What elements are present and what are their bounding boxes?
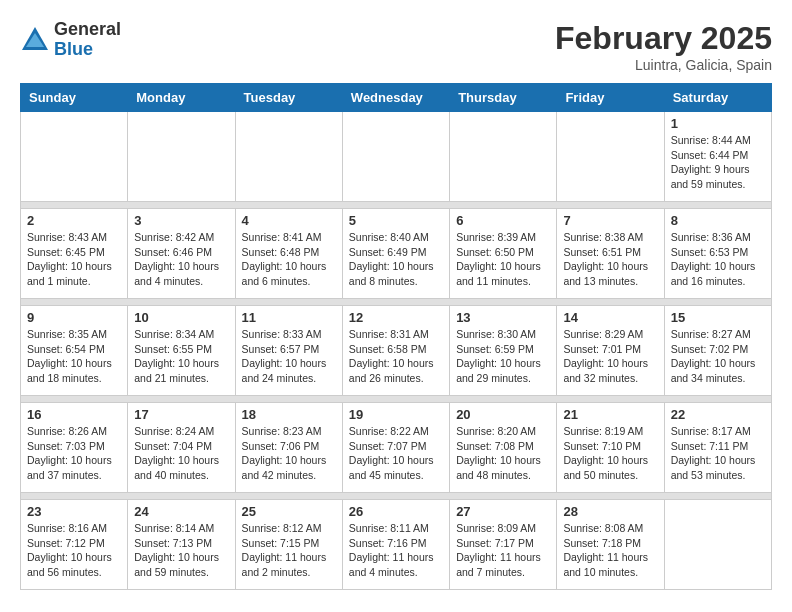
day-info: Sunrise: 8:36 AM Sunset: 6:53 PM Dayligh… (671, 230, 765, 289)
week-separator (21, 493, 772, 500)
day-cell (450, 112, 557, 202)
day-cell: 21Sunrise: 8:19 AM Sunset: 7:10 PM Dayli… (557, 403, 664, 493)
week-row-4: 16Sunrise: 8:26 AM Sunset: 7:03 PM Dayli… (21, 403, 772, 493)
day-cell: 15Sunrise: 8:27 AM Sunset: 7:02 PM Dayli… (664, 306, 771, 396)
calendar-table: SundayMondayTuesdayWednesdayThursdayFrid… (20, 83, 772, 590)
day-number: 14 (563, 310, 657, 325)
day-cell: 23Sunrise: 8:16 AM Sunset: 7:12 PM Dayli… (21, 500, 128, 590)
day-info: Sunrise: 8:23 AM Sunset: 7:06 PM Dayligh… (242, 424, 336, 483)
day-cell: 27Sunrise: 8:09 AM Sunset: 7:17 PM Dayli… (450, 500, 557, 590)
day-number: 3 (134, 213, 228, 228)
day-cell: 6Sunrise: 8:39 AM Sunset: 6:50 PM Daylig… (450, 209, 557, 299)
logo-blue: Blue (54, 40, 121, 60)
day-info: Sunrise: 8:17 AM Sunset: 7:11 PM Dayligh… (671, 424, 765, 483)
day-number: 5 (349, 213, 443, 228)
day-number: 15 (671, 310, 765, 325)
day-number: 26 (349, 504, 443, 519)
day-info: Sunrise: 8:42 AM Sunset: 6:46 PM Dayligh… (134, 230, 228, 289)
weekday-header-sunday: Sunday (21, 84, 128, 112)
day-info: Sunrise: 8:22 AM Sunset: 7:07 PM Dayligh… (349, 424, 443, 483)
day-number: 24 (134, 504, 228, 519)
day-cell: 24Sunrise: 8:14 AM Sunset: 7:13 PM Dayli… (128, 500, 235, 590)
day-cell (664, 500, 771, 590)
day-number: 16 (27, 407, 121, 422)
day-cell: 8Sunrise: 8:36 AM Sunset: 6:53 PM Daylig… (664, 209, 771, 299)
day-number: 20 (456, 407, 550, 422)
day-info: Sunrise: 8:41 AM Sunset: 6:48 PM Dayligh… (242, 230, 336, 289)
logo-icon (20, 25, 50, 55)
day-cell (557, 112, 664, 202)
day-number: 8 (671, 213, 765, 228)
day-info: Sunrise: 8:43 AM Sunset: 6:45 PM Dayligh… (27, 230, 121, 289)
day-number: 23 (27, 504, 121, 519)
day-info: Sunrise: 8:20 AM Sunset: 7:08 PM Dayligh… (456, 424, 550, 483)
day-number: 7 (563, 213, 657, 228)
day-number: 28 (563, 504, 657, 519)
day-cell: 2Sunrise: 8:43 AM Sunset: 6:45 PM Daylig… (21, 209, 128, 299)
day-cell: 4Sunrise: 8:41 AM Sunset: 6:48 PM Daylig… (235, 209, 342, 299)
logo-general: General (54, 20, 121, 40)
day-info: Sunrise: 8:31 AM Sunset: 6:58 PM Dayligh… (349, 327, 443, 386)
day-cell: 1Sunrise: 8:44 AM Sunset: 6:44 PM Daylig… (664, 112, 771, 202)
day-cell: 25Sunrise: 8:12 AM Sunset: 7:15 PM Dayli… (235, 500, 342, 590)
week-separator (21, 202, 772, 209)
day-cell: 18Sunrise: 8:23 AM Sunset: 7:06 PM Dayli… (235, 403, 342, 493)
day-number: 18 (242, 407, 336, 422)
day-number: 6 (456, 213, 550, 228)
day-cell: 28Sunrise: 8:08 AM Sunset: 7:18 PM Dayli… (557, 500, 664, 590)
day-info: Sunrise: 8:29 AM Sunset: 7:01 PM Dayligh… (563, 327, 657, 386)
week-row-5: 23Sunrise: 8:16 AM Sunset: 7:12 PM Dayli… (21, 500, 772, 590)
day-cell: 7Sunrise: 8:38 AM Sunset: 6:51 PM Daylig… (557, 209, 664, 299)
week-row-1: 1Sunrise: 8:44 AM Sunset: 6:44 PM Daylig… (21, 112, 772, 202)
day-cell (342, 112, 449, 202)
location-subtitle: Luintra, Galicia, Spain (555, 57, 772, 73)
weekday-header-monday: Monday (128, 84, 235, 112)
day-cell: 13Sunrise: 8:30 AM Sunset: 6:59 PM Dayli… (450, 306, 557, 396)
day-number: 4 (242, 213, 336, 228)
day-cell (128, 112, 235, 202)
day-number: 2 (27, 213, 121, 228)
day-cell: 9Sunrise: 8:35 AM Sunset: 6:54 PM Daylig… (21, 306, 128, 396)
day-cell: 3Sunrise: 8:42 AM Sunset: 6:46 PM Daylig… (128, 209, 235, 299)
day-cell: 11Sunrise: 8:33 AM Sunset: 6:57 PM Dayli… (235, 306, 342, 396)
day-info: Sunrise: 8:34 AM Sunset: 6:55 PM Dayligh… (134, 327, 228, 386)
day-number: 12 (349, 310, 443, 325)
day-cell (235, 112, 342, 202)
day-cell: 14Sunrise: 8:29 AM Sunset: 7:01 PM Dayli… (557, 306, 664, 396)
week-separator (21, 396, 772, 403)
day-cell: 26Sunrise: 8:11 AM Sunset: 7:16 PM Dayli… (342, 500, 449, 590)
day-cell: 22Sunrise: 8:17 AM Sunset: 7:11 PM Dayli… (664, 403, 771, 493)
day-info: Sunrise: 8:09 AM Sunset: 7:17 PM Dayligh… (456, 521, 550, 580)
day-number: 27 (456, 504, 550, 519)
week-row-2: 2Sunrise: 8:43 AM Sunset: 6:45 PM Daylig… (21, 209, 772, 299)
weekday-header-row: SundayMondayTuesdayWednesdayThursdayFrid… (21, 84, 772, 112)
day-number: 9 (27, 310, 121, 325)
weekday-header-saturday: Saturday (664, 84, 771, 112)
day-cell: 10Sunrise: 8:34 AM Sunset: 6:55 PM Dayli… (128, 306, 235, 396)
day-number: 19 (349, 407, 443, 422)
day-info: Sunrise: 8:35 AM Sunset: 6:54 PM Dayligh… (27, 327, 121, 386)
day-number: 25 (242, 504, 336, 519)
day-info: Sunrise: 8:38 AM Sunset: 6:51 PM Dayligh… (563, 230, 657, 289)
logo-text: General Blue (54, 20, 121, 60)
page-header: General Blue February 2025 Luintra, Gali… (20, 20, 772, 73)
day-number: 1 (671, 116, 765, 131)
weekday-header-wednesday: Wednesday (342, 84, 449, 112)
day-number: 21 (563, 407, 657, 422)
day-info: Sunrise: 8:24 AM Sunset: 7:04 PM Dayligh… (134, 424, 228, 483)
day-number: 17 (134, 407, 228, 422)
day-info: Sunrise: 8:19 AM Sunset: 7:10 PM Dayligh… (563, 424, 657, 483)
day-cell: 16Sunrise: 8:26 AM Sunset: 7:03 PM Dayli… (21, 403, 128, 493)
day-info: Sunrise: 8:08 AM Sunset: 7:18 PM Dayligh… (563, 521, 657, 580)
weekday-header-thursday: Thursday (450, 84, 557, 112)
day-info: Sunrise: 8:33 AM Sunset: 6:57 PM Dayligh… (242, 327, 336, 386)
day-info: Sunrise: 8:27 AM Sunset: 7:02 PM Dayligh… (671, 327, 765, 386)
day-info: Sunrise: 8:39 AM Sunset: 6:50 PM Dayligh… (456, 230, 550, 289)
logo: General Blue (20, 20, 121, 60)
day-cell: 20Sunrise: 8:20 AM Sunset: 7:08 PM Dayli… (450, 403, 557, 493)
day-number: 10 (134, 310, 228, 325)
day-info: Sunrise: 8:44 AM Sunset: 6:44 PM Dayligh… (671, 133, 765, 192)
day-info: Sunrise: 8:26 AM Sunset: 7:03 PM Dayligh… (27, 424, 121, 483)
day-info: Sunrise: 8:30 AM Sunset: 6:59 PM Dayligh… (456, 327, 550, 386)
day-info: Sunrise: 8:11 AM Sunset: 7:16 PM Dayligh… (349, 521, 443, 580)
